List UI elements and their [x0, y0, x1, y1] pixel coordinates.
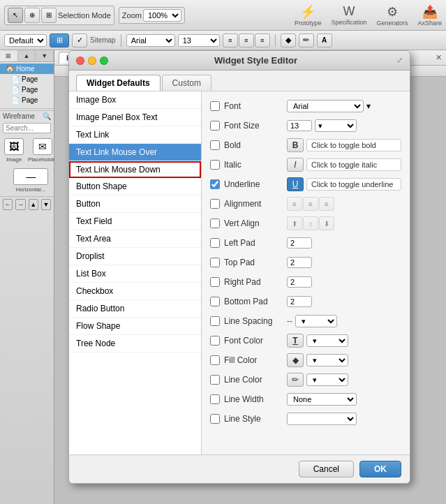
widget-item-tree-node[interactable]: Tree Node — [69, 335, 201, 353]
widget-cell-image[interactable]: 🖼 Image — [3, 136, 25, 165]
widget-item-button-shape[interactable]: Button Shape — [69, 178, 201, 195]
underline-checkbox[interactable] — [210, 179, 220, 189]
vert-align-mid-btn[interactable]: ↕ — [303, 216, 318, 230]
alignment-checkbox[interactable] — [210, 199, 220, 209]
tree-item-page2[interactable]: 📄 Page — [0, 84, 54, 95]
font-size-checkbox[interactable] — [210, 121, 220, 131]
fill-color-select[interactable]: ▾ — [306, 354, 348, 366]
bottom-pad-checkbox[interactable] — [210, 297, 220, 306]
left-pad-input[interactable] — [287, 237, 312, 249]
font-select[interactable]: Arial — [126, 34, 175, 47]
line-width-select[interactable]: None — [287, 393, 357, 406]
align-left-prop-btn[interactable]: ≡ — [287, 197, 302, 211]
font-select-prop[interactable]: Arial — [287, 100, 364, 112]
generators-icon-group[interactable]: ⚙ Generators — [376, 4, 408, 27]
minimize-traffic-light[interactable] — [88, 57, 96, 65]
widget-item-text-area[interactable]: Text Area — [69, 230, 201, 248]
font-checkbox[interactable] — [210, 101, 220, 111]
close-traffic-light[interactable] — [76, 57, 84, 65]
line-color-select[interactable]: ▾ — [306, 373, 348, 386]
bottom-pad-input[interactable] — [287, 296, 312, 307]
widget-item-droplist[interactable]: Droplist — [69, 248, 201, 265]
right-pad-input[interactable] — [287, 276, 312, 288]
bold-checkbox[interactable] — [210, 140, 220, 150]
tab-widget-defaults[interactable]: Widget Defaults — [76, 75, 161, 91]
left-pad-checkbox[interactable] — [210, 238, 220, 248]
widget-item-checkbox[interactable]: Checkbox — [69, 283, 201, 300]
widget-item-radio-button[interactable]: Radio Button — [69, 300, 201, 318]
line-color-checkbox[interactable] — [210, 375, 220, 385]
italic-checkbox[interactable] — [210, 160, 220, 170]
align-right-btn[interactable]: ≡ — [255, 34, 270, 47]
widget-item-image-panel[interactable]: Image Panel Box Text — [69, 109, 201, 126]
vert-align-bot-btn[interactable]: ⬇ — [319, 216, 334, 230]
widget-item-text-link-over[interactable]: Text Link Mouse Over — [69, 144, 201, 161]
vert-align-top-btn[interactable]: ⬆ — [287, 216, 302, 230]
top-pad-input[interactable] — [287, 257, 312, 268]
fill-color-icon-btn[interactable]: ◆ — [287, 353, 304, 367]
widget-cell-horizontal[interactable]: — Horizontal... — [3, 166, 59, 195]
sitemap-icon-btn[interactable]: ⊞ — [50, 34, 69, 47]
widget-item-button[interactable]: Button — [69, 195, 201, 213]
widget-item-text-link-down[interactable]: Text Link Mouse Down — [69, 161, 201, 178]
line-width-checkbox[interactable] — [210, 394, 220, 404]
font-size-dropdown[interactable]: ▾ — [315, 119, 357, 132]
right-pad-checkbox[interactable] — [210, 277, 220, 287]
prototype-icon-group[interactable]: ⚡ Prototype — [295, 4, 322, 27]
font-color-select[interactable]: ▾ — [306, 334, 348, 347]
line-color-btn[interactable]: ✏ — [299, 34, 314, 47]
left-tab-sitemap[interactable]: ⊞ — [0, 50, 18, 61]
fill-color-btn[interactable]: ◆ — [281, 34, 296, 47]
widget-item-list-box[interactable]: List Box — [69, 265, 201, 283]
axshare-icon-group[interactable]: 📤 AxShare — [417, 4, 442, 27]
widget-item-image-box[interactable]: Image Box — [69, 91, 201, 109]
italic-icon-btn[interactable]: I — [287, 158, 304, 172]
underline-icon-btn[interactable]: U — [287, 177, 304, 191]
tree-item-home[interactable]: 🏠 Home — [0, 64, 54, 74]
nav-prev-btn[interactable]: ← — [3, 199, 13, 210]
align-left-btn[interactable]: ≡ — [223, 34, 238, 47]
line-style-checkbox[interactable] — [210, 414, 220, 424]
ok-button[interactable]: OK — [359, 461, 401, 477]
left-tab-down[interactable]: ▼ — [36, 50, 54, 61]
widget-item-text-link[interactable]: Text Link — [69, 126, 201, 144]
fill-color-checkbox[interactable] — [210, 355, 220, 365]
tree-item-page3[interactable]: 📄 Page — [0, 95, 54, 105]
toolbar-btn-2[interactable]: ⊕ — [24, 8, 40, 23]
bold-icon-btn[interactable]: B — [287, 138, 304, 152]
nav-down-btn[interactable]: ▼ — [41, 199, 51, 210]
font-color-btn[interactable]: A — [317, 34, 332, 47]
font-size-input[interactable] — [287, 120, 312, 131]
tab-custom[interactable]: Custom — [162, 75, 211, 91]
default-select[interactable]: Default — [4, 34, 47, 47]
panel-close-btn[interactable]: ✕ — [436, 53, 442, 62]
line-spacing-checkbox[interactable] — [210, 316, 220, 326]
widget-search-input[interactable] — [3, 123, 51, 133]
line-style-select[interactable] — [287, 413, 357, 425]
align-right-prop-btn[interactable]: ≡ — [319, 197, 334, 211]
align-center-prop-btn[interactable]: ≡ — [303, 197, 318, 211]
maximize-traffic-light[interactable] — [100, 57, 108, 65]
cancel-button[interactable]: Cancel — [299, 461, 354, 477]
top-pad-checkbox[interactable] — [210, 258, 220, 267]
widget-item-text-field[interactable]: Text Field — [69, 213, 201, 230]
nav-up-btn[interactable]: ▲ — [29, 199, 38, 210]
zoom-select[interactable]: 100% — [143, 9, 181, 22]
specification-icon-group[interactable]: W Specification — [331, 4, 366, 27]
line-color-icon-btn[interactable]: ✏ — [287, 373, 304, 387]
vert-align-checkbox[interactable] — [210, 218, 220, 228]
check-icon-btn[interactable]: ✓ — [72, 34, 87, 47]
widget-item-flow-shape[interactable]: Flow Shape — [69, 318, 201, 335]
wireframe-search-icon[interactable]: 🔍 — [43, 112, 51, 120]
align-center-btn[interactable]: ≡ — [239, 34, 254, 47]
tree-item-page1[interactable]: 📄 Page — [0, 74, 54, 84]
toolbar-btn-3[interactable]: ⊞ — [41, 8, 57, 23]
dialog-resize-btn[interactable]: ⤢ — [396, 56, 403, 65]
font-color-icon-btn[interactable]: T — [287, 334, 304, 348]
line-spacing-select[interactable]: ▾ — [295, 315, 337, 327]
nav-next-btn[interactable]: → — [15, 199, 25, 210]
font-size-select[interactable]: 13 — [178, 34, 220, 47]
font-color-checkbox[interactable] — [210, 336, 220, 346]
selection-mode-btn[interactable]: ↖ — [8, 8, 23, 23]
left-tab-up[interactable]: ▲ — [18, 50, 36, 61]
